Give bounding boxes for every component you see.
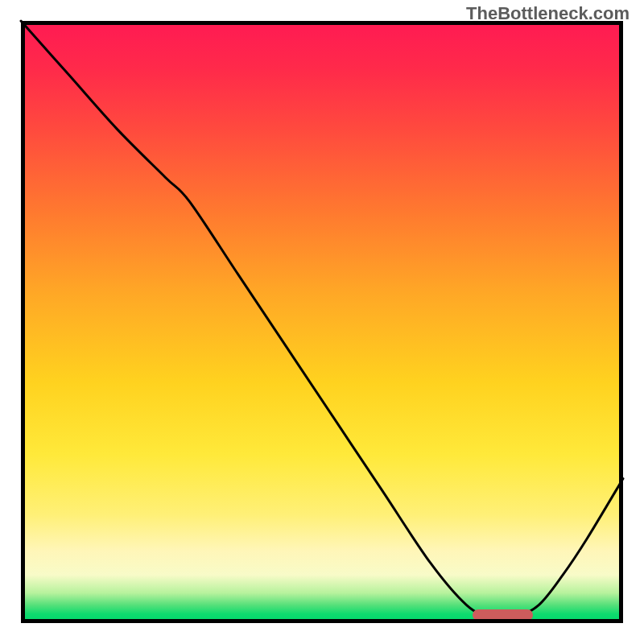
bottleneck-curve-svg (21, 21, 623, 623)
plot-area (21, 21, 623, 623)
optimal-range-marker (473, 609, 533, 621)
bottleneck-curve-path (21, 21, 623, 618)
watermark-text: TheBottleneck.com (466, 3, 630, 24)
chart-container: TheBottleneck.com (0, 0, 644, 644)
